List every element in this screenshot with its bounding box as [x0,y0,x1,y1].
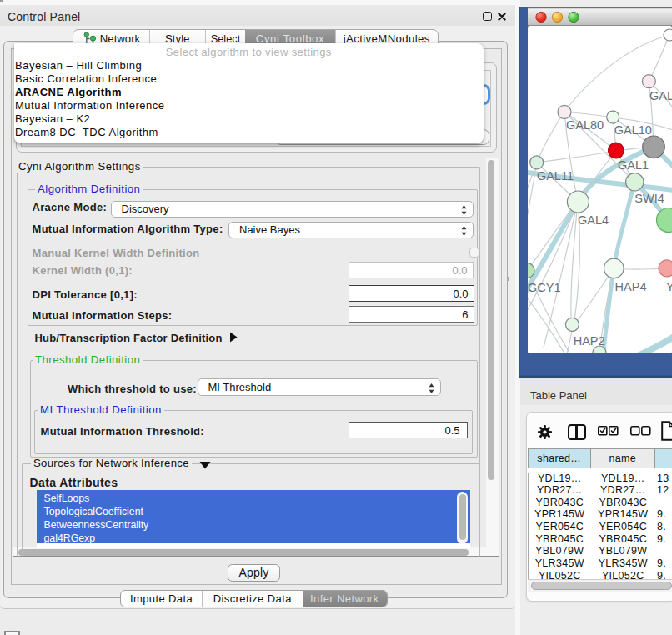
svg-text:SWI4: SWI4 [634,192,664,205]
svg-text:HAP2: HAP2 [574,334,605,348]
svg-text:GAL4: GAL4 [578,213,609,227]
svg-text:GAL80: GAL80 [566,118,604,132]
svg-text:Y: Y [666,280,672,293]
svg-text:GAL11: GAL11 [537,169,574,182]
svg-text:GAL2: GAL2 [649,89,672,102]
svg-text:GAL1: GAL1 [618,158,649,172]
svg-text:HAP4: HAP4 [615,280,647,293]
svg-text:GAL10: GAL10 [614,123,652,137]
svg-text:GCY1: GCY1 [528,281,561,294]
